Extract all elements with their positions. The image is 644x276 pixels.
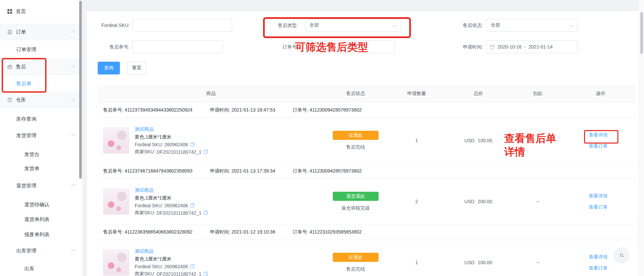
sidebar-item-label: 首页 bbox=[16, 8, 26, 15]
operations: 查看详情 查看订单 bbox=[566, 193, 636, 210]
order-no: 41123009428576973802 bbox=[310, 107, 362, 113]
aftersale-type-select[interactable]: 全部 bbox=[305, 19, 401, 32]
view-order-link[interactable]: 查看订单 bbox=[589, 265, 608, 271]
sidebar-item-home[interactable]: 首页 bbox=[0, 3, 83, 20]
apply-time: 2021-01-12 19:10:36 bbox=[231, 229, 275, 235]
copy-icon[interactable] bbox=[204, 272, 208, 276]
date-separator: - bbox=[524, 44, 526, 50]
search-button[interactable]: 查询 bbox=[98, 62, 120, 74]
product-title-link[interactable]: 测试商品 bbox=[135, 187, 208, 193]
sliders-icon bbox=[619, 252, 624, 258]
apply-time: 2021-01-13 17:39:34 bbox=[231, 168, 275, 174]
total-price: USD200.00 bbox=[447, 199, 510, 204]
aftersale-no-input[interactable] bbox=[132, 40, 223, 53]
group-header: 售后单号:41123746716847943802358093 申请时间:202… bbox=[98, 163, 636, 179]
sidebar-item-scrap-list[interactable]: 报废单列表 bbox=[0, 226, 83, 243]
chevron-up-icon bbox=[71, 134, 75, 138]
group-header: 售后单号:41123739453494433802250924 申请时间:202… bbox=[98, 102, 636, 118]
fordeal-sku-label: Fordeal SKU: bbox=[87, 19, 130, 32]
chevron-up-icon bbox=[71, 249, 75, 253]
chevron-up-icon bbox=[71, 31, 75, 35]
sidebar-scrollbar-thumb[interactable] bbox=[79, 1, 82, 179]
order-no-label: 订单号: bbox=[256, 40, 298, 53]
sidebar-item-inventory-query[interactable]: 库存查询 bbox=[0, 111, 83, 127]
chevron-up-icon bbox=[71, 65, 75, 70]
product-spec: 黄色,1厘米*1厘米 bbox=[135, 195, 208, 201]
sidebar-item-shipping-management[interactable]: 发货管理 bbox=[0, 127, 83, 144]
product-image[interactable] bbox=[103, 249, 129, 276]
quantity: 1 bbox=[387, 138, 447, 143]
content-card: Fordeal SKU: 售后类型: 全部 售后状态: 全部 售后单号: 订单号… bbox=[87, 11, 639, 276]
sidebar-item-aftersale-orders[interactable]: 售后单 bbox=[0, 75, 83, 92]
deduction: -- bbox=[510, 260, 566, 265]
sidebar: 首页 订单 订单管理 售后 售后单 仓库 bbox=[0, 0, 83, 276]
product-spec: 黄色,1厘米*1厘米 bbox=[135, 256, 208, 262]
sidebar-item-outbound[interactable]: 出库 bbox=[0, 260, 83, 276]
aftersale-table: 商品 售后状态 申请数量 总价 扣款 操作 售后单号:4112373945349… bbox=[98, 85, 636, 276]
aftersale-status-label: 售后状态: bbox=[441, 19, 483, 32]
apply-time-range-picker[interactable]: 2020-10-16 - 2021-01-14 bbox=[486, 40, 578, 53]
sidebar-item-returns-management[interactable]: 退货管理 bbox=[0, 178, 83, 194]
sidebar-item-aftersale[interactable]: 售后 bbox=[0, 59, 83, 75]
quantity: 2 bbox=[387, 199, 447, 204]
sidebar-item-shipping-desk[interactable]: 发货台 bbox=[0, 146, 83, 162]
view-order-link[interactable]: 查看订单 bbox=[589, 204, 608, 210]
copy-icon[interactable] bbox=[190, 203, 194, 208]
table-row: 测试商品 黄色,1厘米*1厘米 Fordeal SKU:260962406 商家… bbox=[98, 179, 636, 224]
order-no: 41123009428576973802 bbox=[310, 168, 362, 174]
page-scrollbar-thumb[interactable] bbox=[640, 12, 643, 54]
sidebar-item-returns-pending[interactable]: 退货待确认 bbox=[0, 196, 83, 213]
briefcase-icon bbox=[7, 64, 12, 69]
product-title-link[interactable]: 测试商品 bbox=[135, 248, 208, 254]
copy-icon[interactable] bbox=[204, 211, 208, 215]
aftersale-no: 41123746716847943802358093 bbox=[125, 168, 192, 174]
view-detail-link[interactable]: 查看详情 bbox=[589, 132, 608, 138]
column-settings-float-button[interactable] bbox=[614, 248, 629, 263]
status-text: 返仓审核完成 bbox=[342, 205, 370, 211]
copy-icon[interactable] bbox=[190, 264, 194, 269]
reset-button[interactable]: 重置 bbox=[127, 62, 146, 74]
group-header: 售后单号:41122363566540663802328092 申请时间:202… bbox=[98, 224, 636, 240]
view-order-link[interactable]: 查看订单 bbox=[589, 143, 608, 149]
sidebar-item-shipping-orders[interactable]: 发货单 bbox=[0, 160, 83, 177]
view-detail-link[interactable]: 查看详情 bbox=[589, 254, 608, 260]
status-text: 售后完结 bbox=[346, 144, 365, 150]
aftersale-status-select[interactable]: 全部 bbox=[486, 19, 578, 32]
aftersale-type-label: 售后类型: bbox=[256, 19, 298, 32]
operations: 查看详情 查看订单 bbox=[566, 132, 636, 149]
total-price: USD100.00 bbox=[447, 260, 510, 265]
view-detail-link[interactable]: 查看详情 bbox=[589, 193, 608, 199]
copy-icon[interactable] bbox=[190, 142, 194, 147]
chevron-up-icon bbox=[71, 98, 75, 103]
calendar-icon bbox=[490, 44, 495, 50]
aftersale-no: 41123739453494433802250924 bbox=[125, 107, 192, 113]
product-image[interactable] bbox=[103, 127, 129, 154]
total-price: USD100.00 bbox=[447, 138, 510, 143]
fordeal-sku-input[interactable] bbox=[132, 19, 232, 32]
sidebar-item-label: 仓库 bbox=[16, 97, 26, 103]
order-no: 41122310293585653802 bbox=[310, 229, 362, 235]
date-end: 2021-01-14 bbox=[528, 44, 553, 50]
product-image[interactable] bbox=[103, 188, 129, 215]
sidebar-item-warehouse[interactable]: 仓库 bbox=[0, 92, 83, 108]
order-no-input[interactable] bbox=[301, 40, 395, 53]
status-badge: 仅退款 bbox=[333, 131, 379, 140]
quantity: 1 bbox=[387, 260, 447, 265]
table-row: 测试商品 黄色,1厘米*1厘米 Fordeal SKU:260962406 商家… bbox=[98, 240, 636, 276]
tag-icon bbox=[7, 97, 12, 102]
table-row: 测试商品 黄色,1厘米*1厘米 Fordeal SKU:260962406 商家… bbox=[98, 118, 636, 163]
copy-icon[interactable] bbox=[204, 150, 208, 154]
apply-time-label: 申请时间: bbox=[441, 40, 483, 53]
deduction: -- bbox=[510, 199, 566, 204]
sidebar-item-order-management[interactable]: 订单管理 bbox=[0, 41, 83, 58]
date-start: 2020-10-16 bbox=[497, 44, 522, 50]
sidebar-item-returns-list[interactable]: 退货单列表 bbox=[0, 211, 83, 227]
page-scrollbar[interactable] bbox=[639, 0, 644, 276]
product-title-link[interactable]: 测试商品 bbox=[135, 126, 208, 132]
status-badge: 退货退款 bbox=[333, 192, 379, 201]
status-text: 售后完结 bbox=[346, 266, 365, 272]
sidebar-item-outbound-management[interactable]: 出库管理 bbox=[0, 243, 83, 259]
clipboard-icon bbox=[7, 30, 12, 34]
status-badge: 仅退款 bbox=[333, 253, 379, 262]
sidebar-item-orders[interactable]: 订单 bbox=[0, 24, 83, 40]
